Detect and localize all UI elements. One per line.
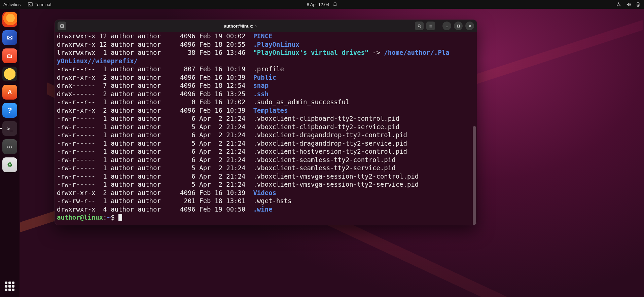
ls-row: -rw-r----- 1 author author 6 Apr 2 21:24… — [57, 131, 475, 139]
ls-row: drwxr-xr-x 2 author author 4096 Feb 16 1… — [57, 106, 475, 115]
terminal-icon: >_ — [7, 126, 12, 132]
ls-row: lrwxrwxrwx 1 author author 38 Feb 16 13:… — [57, 48, 475, 57]
dock-software[interactable]: A — [2, 85, 17, 100]
notification-bell-icon[interactable] — [332, 2, 337, 7]
shopping-bag-icon: A — [8, 89, 12, 96]
svg-point-2 — [617, 5, 618, 6]
ls-row: drwx------ 2 author author 4096 Feb 16 1… — [57, 90, 475, 98]
menu-button[interactable] — [426, 22, 435, 30]
dock-files[interactable]: 🗂 — [2, 48, 17, 63]
new-tab-button[interactable] — [58, 22, 66, 30]
svg-point-3 — [619, 5, 620, 6]
search-icon — [417, 24, 422, 28]
dock-help[interactable]: ? — [2, 103, 17, 118]
clock[interactable]: 8 Apr 12:04 — [307, 2, 329, 7]
ls-row-wrap: yOnLinux//wineprefix/ — [57, 57, 475, 65]
terminal-scrollbar[interactable] — [473, 126, 476, 225]
ls-row: drwx------ 7 author author 4096 Feb 18 1… — [57, 81, 475, 90]
ls-row: -rw-r----- 1 author author 5 Apr 2 21:24… — [57, 180, 475, 189]
minimize-button[interactable] — [442, 22, 451, 30]
focused-app-label: Terminal — [35, 2, 51, 7]
volume-icon[interactable] — [626, 2, 631, 7]
ls-row: -rw-r----- 1 author author 6 Apr 2 21:24… — [57, 114, 475, 123]
ls-row: drwxr-xr-x 2 author author 4096 Feb 16 1… — [57, 73, 475, 82]
help-icon: ? — [7, 106, 12, 115]
close-button[interactable] — [465, 22, 474, 30]
prompt-colon: : — [103, 214, 107, 221]
close-icon — [468, 24, 472, 28]
thunderbird-icon: ✉ — [7, 34, 13, 42]
window-title: author@linux: ~ — [69, 24, 412, 29]
dock: ✉ 🗂 A ? >_ ••• ♻ — [0, 9, 20, 297]
svg-rect-5 — [638, 4, 639, 6]
prompt-host: linux — [84, 214, 103, 221]
focused-app-indicator[interactable]: Terminal — [28, 2, 51, 7]
prompt-sigil: $ — [111, 214, 114, 221]
activities-button[interactable]: Activities — [3, 2, 21, 7]
top-bar: Activities Terminal 8 Apr 12:04 — [0, 0, 644, 9]
hamburger-icon — [429, 24, 433, 28]
terminal-output[interactable]: drwxrwxr-x 12 author author 4096 Feb 19 … — [55, 32, 477, 225]
dock-rhythmbox[interactable] — [2, 67, 17, 81]
prompt-path: ~ — [107, 214, 111, 221]
network-icon[interactable] — [616, 2, 621, 7]
minimize-icon — [445, 24, 449, 28]
ls-row: drwxr-xr-x 2 author author 4096 Feb 16 1… — [57, 189, 475, 197]
ls-row: -rw-r----- 1 author author 6 Apr 2 21:24… — [57, 147, 475, 156]
svg-rect-8 — [457, 25, 460, 27]
ls-row: -rw-r----- 1 author author 5 Apr 2 21:24… — [57, 123, 475, 131]
search-button[interactable] — [415, 22, 424, 30]
terminal-window: author@linux: ~ drwxrwxr-x 12 author aut… — [55, 20, 477, 225]
trash-icon: ♻ — [7, 161, 12, 169]
ls-row: -rw-r----- 1 author author 6 Apr 2 21:24… — [57, 172, 475, 181]
ls-row: -rw-r--r-- 1 author author 807 Feb 16 10… — [57, 65, 475, 73]
ls-row: drwxrwxr-x 4 author author 4096 Feb 19 0… — [57, 205, 475, 214]
new-tab-icon — [60, 24, 64, 28]
maximize-icon — [456, 24, 461, 28]
ls-row: -rw-r----- 1 author author 5 Apr 2 21:24… — [57, 139, 475, 148]
show-applications-button[interactable] — [5, 282, 14, 291]
terminal-cursor — [118, 214, 122, 221]
ls-row: drwxrwxr-x 12 author author 4096 Feb 19 … — [57, 32, 475, 40]
prompt-at: @ — [80, 214, 84, 221]
svg-rect-0 — [28, 3, 32, 6]
maximize-button[interactable] — [454, 22, 463, 30]
ls-row: -rw-r--r-- 1 author author 0 Feb 16 12:0… — [57, 98, 475, 106]
dock-thunderbird[interactable]: ✉ — [2, 30, 17, 45]
svg-point-1 — [618, 2, 619, 3]
ls-row: -rw-r----- 1 author author 6 Apr 2 21:24… — [57, 156, 475, 164]
svg-point-7 — [418, 25, 420, 27]
dock-trash[interactable]: ♻ — [2, 157, 17, 172]
text-editor-icon: ••• — [7, 144, 13, 149]
ls-row: -rw-r----- 1 author author 5 Apr 2 21:24… — [57, 164, 475, 172]
prompt-user: author — [57, 214, 80, 221]
dock-terminal[interactable]: >_ — [2, 121, 17, 136]
dock-text-editor[interactable]: ••• — [2, 139, 17, 154]
terminal-app-icon — [28, 2, 33, 7]
ls-row: drwxrwxr-x 12 author author 4096 Feb 18 … — [57, 40, 475, 49]
ls-row: -rw-rw-r-- 1 author author 201 Feb 18 13… — [57, 197, 475, 205]
window-titlebar[interactable]: author@linux: ~ — [55, 20, 477, 32]
files-icon: 🗂 — [7, 52, 13, 60]
power-icon[interactable] — [636, 2, 641, 7]
dock-firefox[interactable] — [2, 12, 17, 27]
